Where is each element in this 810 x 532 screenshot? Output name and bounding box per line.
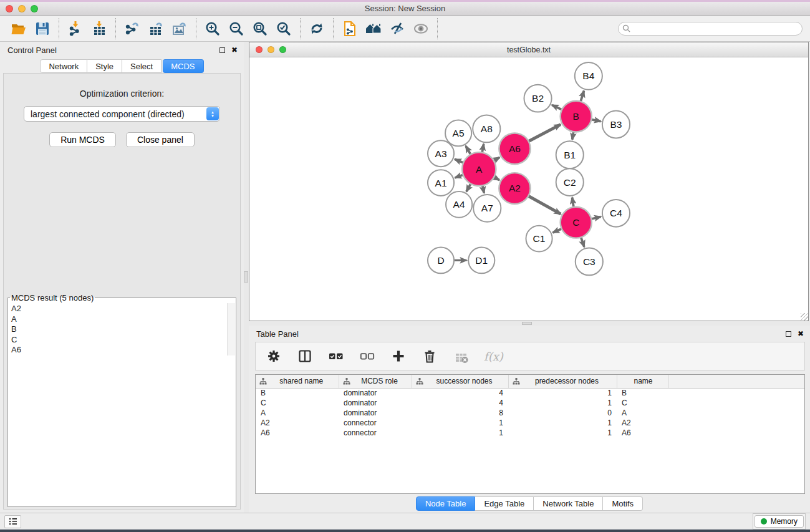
graph-node-C4[interactable]: C4 <box>602 200 630 227</box>
graph-node-D[interactable]: D <box>428 248 454 274</box>
close-network-button[interactable] <box>256 46 263 53</box>
search-input[interactable] <box>630 24 798 33</box>
refresh-icon[interactable] <box>307 19 326 38</box>
graph-node-A3[interactable]: A3 <box>428 140 454 167</box>
mcds-result-item[interactable]: A6 <box>11 345 235 355</box>
columns-icon[interactable] <box>297 348 313 364</box>
horizontal-splitter[interactable] <box>249 321 810 326</box>
cell[interactable]: 1 <box>412 428 508 438</box>
graph-node-A6[interactable]: A6 <box>499 133 530 164</box>
tab-motifs[interactable]: Motifs <box>603 496 643 511</box>
graph-node-A8[interactable]: A8 <box>473 115 500 143</box>
tab-network[interactable]: Network <box>40 59 87 73</box>
network-canvas[interactable]: B4B2BB3A5A8A6A3B1AA1C2A2A4A7C4CC1C3DD1 <box>249 57 808 321</box>
zoom-network-button[interactable] <box>279 46 286 53</box>
mcds-result-item[interactable]: A2 <box>11 304 235 314</box>
select-all-icon[interactable] <box>328 348 344 364</box>
graph-node-B4[interactable]: B4 <box>575 62 602 90</box>
table-row[interactable]: Adominator80A <box>256 408 804 418</box>
save-icon[interactable] <box>33 19 52 38</box>
graph-node-B3[interactable]: B3 <box>602 111 630 138</box>
import-network-icon[interactable] <box>66 19 85 38</box>
cell[interactable]: A <box>617 408 668 418</box>
cell[interactable]: A <box>256 408 339 418</box>
cell[interactable]: 4 <box>412 398 508 408</box>
cell[interactable]: dominator <box>339 398 412 408</box>
zoom-selected-icon[interactable] <box>274 19 293 38</box>
settings-icon[interactable] <box>266 348 282 364</box>
cell[interactable]: A6 <box>617 428 668 438</box>
graph-node-C[interactable]: C <box>561 207 592 238</box>
cell[interactable]: 1 <box>508 398 617 408</box>
memory-button[interactable]: Memory <box>755 515 804 528</box>
show-graphics-icon[interactable] <box>412 19 430 38</box>
table-row[interactable]: Cdominator41C <box>256 398 804 408</box>
list-scrollbar[interactable] <box>227 303 235 355</box>
vertical-splitter[interactable] <box>244 42 249 513</box>
export-image-icon[interactable] <box>170 19 189 38</box>
mcds-result-item[interactable]: A <box>11 314 235 325</box>
network-file-icon[interactable] <box>340 19 359 38</box>
cell[interactable]: C <box>617 398 668 408</box>
mcds-result-item[interactable]: C <box>11 335 235 346</box>
tab-select[interactable]: Select <box>122 59 162 73</box>
column-header-successor-nodes[interactable]: successor nodes <box>412 375 508 388</box>
zoom-out-icon[interactable] <box>227 19 246 38</box>
graph-node-A1[interactable]: A1 <box>428 170 454 196</box>
export-network-icon[interactable] <box>123 19 142 38</box>
cell[interactable]: A6 <box>256 428 339 438</box>
table-row[interactable]: Bdominator41B <box>256 388 804 398</box>
zoom-window-button[interactable] <box>31 5 38 12</box>
cell[interactable]: connector <box>339 418 412 428</box>
float-panel-icon[interactable] <box>219 47 225 53</box>
cell[interactable]: 1 <box>508 388 617 398</box>
cell[interactable]: 1 <box>508 418 617 428</box>
tab-network-table[interactable]: Network Table <box>534 496 603 511</box>
resize-grip-icon[interactable] <box>801 313 808 321</box>
graph-node-A2[interactable]: A2 <box>499 173 530 204</box>
cell[interactable]: dominator <box>339 388 412 398</box>
export-table-icon[interactable] <box>147 19 165 38</box>
graph-node-B2[interactable]: B2 <box>524 85 551 112</box>
task-history-button[interactable] <box>4 515 21 528</box>
graph-node-C2[interactable]: C2 <box>556 168 584 196</box>
minimize-network-button[interactable] <box>268 46 274 53</box>
graph-node-A7[interactable]: A7 <box>473 195 501 222</box>
graph-node-A[interactable]: A <box>462 152 496 186</box>
column-header-MCDS-role[interactable]: MCDS role <box>339 375 412 388</box>
tab-mcds[interactable]: MCDS <box>163 59 203 73</box>
cell[interactable]: 1 <box>412 418 508 428</box>
graph-node-A4[interactable]: A4 <box>446 191 472 218</box>
mcds-result-item[interactable]: B <box>11 324 235 335</box>
graph-node-B1[interactable]: B1 <box>556 141 584 168</box>
run-mcds-button[interactable]: Run MCDS <box>49 132 116 147</box>
graph-node-C1[interactable]: C1 <box>526 226 552 252</box>
float-panel-icon[interactable] <box>786 331 791 337</box>
close-panel-icon[interactable]: ✖ <box>231 47 238 53</box>
tab-edge-table[interactable]: Edge Table <box>475 496 534 511</box>
close-window-button[interactable] <box>6 5 13 12</box>
tab-style[interactable]: Style <box>87 59 122 73</box>
delete-icon[interactable] <box>422 348 438 364</box>
open-icon[interactable] <box>9 19 28 38</box>
cell[interactable]: B <box>256 388 339 398</box>
import-table-icon[interactable] <box>90 19 108 38</box>
home-icon[interactable] <box>364 19 383 38</box>
cell[interactable]: dominator <box>339 408 412 418</box>
tab-node-table[interactable]: Node Table <box>416 496 476 511</box>
zoom-fit-icon[interactable] <box>251 19 269 38</box>
function-icon[interactable]: f(x) <box>484 350 503 363</box>
zoom-in-icon[interactable] <box>203 19 222 38</box>
close-panel-icon[interactable]: ✖ <box>798 331 804 337</box>
cell[interactable]: B <box>617 388 668 398</box>
table-row[interactable]: A6connector11A6 <box>256 428 804 438</box>
search-box[interactable] <box>618 22 803 36</box>
delete-table-icon[interactable] <box>453 348 469 364</box>
graph-node-C3[interactable]: C3 <box>576 248 603 276</box>
graph-node-B[interactable]: B <box>561 101 592 132</box>
cell[interactable]: connector <box>339 428 412 438</box>
cell[interactable]: 0 <box>508 408 617 418</box>
minimize-window-button[interactable] <box>18 5 26 12</box>
cell[interactable]: 1 <box>508 428 617 438</box>
column-header-predecessor-nodes[interactable]: predecessor nodes <box>508 375 617 388</box>
